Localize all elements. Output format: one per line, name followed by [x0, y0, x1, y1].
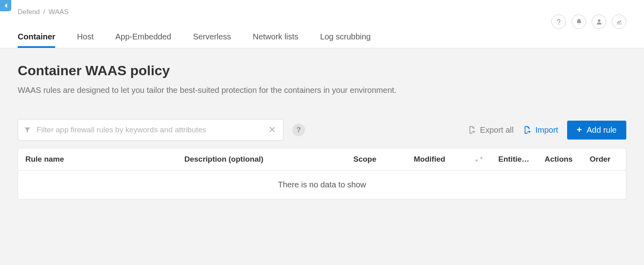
page-title: Container WAAS policy [18, 63, 626, 78]
filter-help-button[interactable]: ? [292, 123, 305, 136]
filter-box[interactable]: ✕ [18, 119, 283, 141]
page-content: Container WAAS policy WAAS rules are des… [0, 48, 644, 265]
breadcrumb: Defend / WAAS [18, 0, 626, 16]
tab-log-scrubbing[interactable]: Log scrubbing [320, 27, 371, 48]
export-all-button[interactable]: Export all [467, 125, 514, 135]
notifications-button[interactable] [572, 14, 586, 29]
plus-icon: + [577, 125, 582, 134]
col-order[interactable]: Order [582, 148, 626, 170]
analytics-button[interactable] [612, 14, 626, 29]
add-rule-label: Add rule [587, 125, 617, 135]
import-label: Import [535, 125, 558, 135]
col-entities[interactable]: Entitie… [491, 148, 537, 170]
col-rule-name[interactable]: Rule name [18, 148, 177, 170]
tab-bar: Container Host App-Embedded Serverless N… [18, 27, 626, 48]
filter-icon [24, 126, 31, 134]
page-header: Defend / WAAS Container Host App-Embedde… [0, 0, 644, 48]
collapse-sidebar-tab[interactable] [0, 0, 11, 11]
col-description[interactable]: Description (optional) [177, 148, 346, 170]
toolbar: ✕ ? Export all Import + Add rule [18, 119, 626, 141]
tab-app-embedded[interactable]: App-Embedded [115, 27, 171, 48]
user-icon [596, 18, 603, 25]
table-header-row: Rule name Description (optional) Scope M… [18, 148, 626, 171]
user-button[interactable] [592, 14, 606, 29]
rules-table: Rule name Description (optional) Scope M… [18, 148, 626, 199]
breadcrumb-current: WAAS [49, 8, 68, 16]
col-scope[interactable]: Scope [346, 148, 407, 170]
chevron-left-icon [4, 3, 8, 8]
sort-icon [474, 156, 484, 162]
page-description: WAAS rules are designed to let you tailo… [18, 86, 626, 95]
tab-serverless[interactable]: Serverless [193, 27, 231, 48]
bell-icon [576, 18, 582, 25]
col-modified-label: Modified [414, 155, 445, 164]
tab-container[interactable]: Container [18, 27, 55, 48]
filter-clear-button[interactable]: ✕ [267, 125, 277, 134]
tab-host[interactable]: Host [77, 27, 93, 48]
add-rule-button[interactable]: + Add rule [567, 121, 626, 140]
import-icon [522, 125, 531, 134]
header-actions [551, 14, 626, 29]
breadcrumb-sep: / [43, 8, 45, 16]
tab-network-lists[interactable]: Network lists [253, 27, 298, 48]
table-empty-message: There is no data to show [18, 171, 626, 199]
import-button[interactable]: Import [522, 125, 558, 135]
export-all-label: Export all [480, 125, 514, 135]
export-icon [467, 125, 476, 134]
breadcrumb-root[interactable]: Defend [18, 8, 40, 16]
col-modified[interactable]: Modified [407, 148, 491, 170]
question-icon [555, 18, 562, 25]
help-button[interactable] [551, 14, 566, 29]
filter-input[interactable] [37, 125, 267, 134]
chart-icon [616, 18, 623, 25]
col-actions[interactable]: Actions [537, 148, 582, 170]
